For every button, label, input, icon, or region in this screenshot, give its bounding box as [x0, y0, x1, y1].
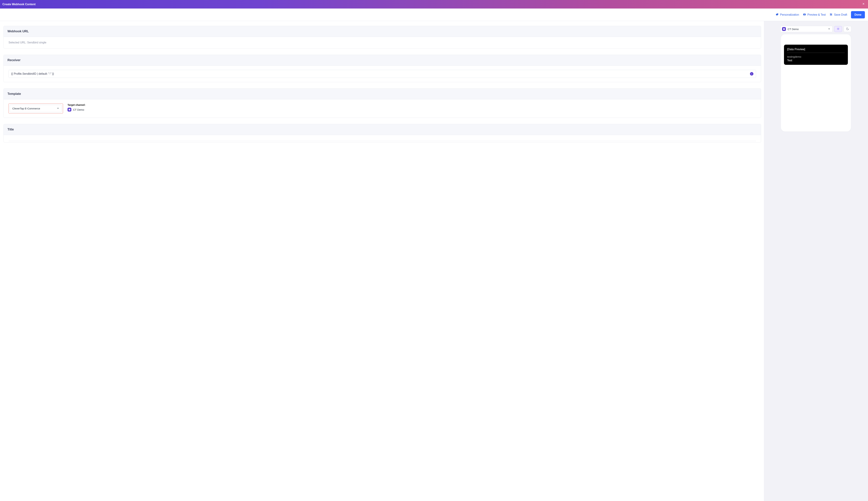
done-button[interactable]: Done	[851, 11, 865, 19]
preview-toolbar: CT Demo	[780, 26, 851, 32]
target-channel-value: CT Demo	[73, 108, 84, 111]
webhook-url-header: Webhook URL	[4, 26, 761, 37]
preview-line-2: Test	[787, 59, 845, 62]
save-draft-label: Save Draft	[834, 13, 847, 16]
preview-test-label: Preview & Test	[807, 13, 826, 16]
preview-channel-select[interactable]: CT Demo	[780, 26, 833, 32]
dark-mode-button[interactable]	[844, 26, 851, 32]
svg-point-8	[784, 29, 784, 29]
app-root: Create Webhook Content Personalization P…	[0, 0, 868, 501]
svg-rect-4	[69, 109, 70, 110]
receiver-header: Receiver	[4, 55, 761, 66]
receiver-value: {{ Profile.SendbirdID | default: "-" }}	[11, 72, 54, 75]
svg-point-9	[784, 29, 784, 29]
modal-header: Create Webhook Content	[0, 0, 868, 9]
svg-rect-3	[831, 14, 832, 15]
light-mode-button[interactable]	[834, 26, 842, 32]
template-header: Template	[4, 88, 761, 99]
plus-icon: +	[751, 73, 752, 75]
title-input-top-edge	[9, 141, 756, 141]
selected-url-text: Selected URL: Sendbird single	[9, 41, 756, 44]
svg-rect-2	[831, 13, 832, 14]
svg-rect-7	[783, 28, 785, 30]
gear-icon	[776, 13, 779, 17]
preview-card: [Data Preview] testingdemo Test	[784, 45, 848, 65]
left-pane[interactable]: Webhook URL Selected URL: Sendbird singl…	[0, 21, 764, 501]
modal-title: Create Webhook Content	[2, 3, 36, 6]
chevron-down-icon	[57, 107, 59, 110]
body-area: Webhook URL Selected URL: Sendbird singl…	[0, 21, 868, 501]
channel-app-icon	[67, 108, 72, 111]
preview-line-1: testingdemo	[787, 55, 845, 58]
template-select-highlight: CleverTap E-Commerce	[9, 104, 63, 114]
template-card: Template CleverTap E-Commerce	[3, 88, 761, 118]
preview-pane: CT Demo	[764, 21, 868, 501]
action-bar: Personalization Preview & Test Save Draf…	[0, 9, 868, 21]
done-label: Done	[855, 13, 861, 16]
add-receiver-button[interactable]: +	[750, 72, 754, 76]
device-frame: [Data Preview] testingdemo Test	[781, 34, 851, 131]
template-select[interactable]: CleverTap E-Commerce	[10, 105, 62, 112]
personalization-label: Personalization	[780, 13, 799, 16]
channel-app-icon	[782, 27, 786, 31]
sun-icon	[837, 27, 840, 31]
moon-icon	[846, 27, 849, 31]
webhook-url-card: Webhook URL Selected URL: Sendbird singl…	[3, 26, 761, 49]
close-button[interactable]	[862, 2, 865, 6]
personalization-link[interactable]: Personalization	[776, 13, 799, 17]
svg-point-6	[70, 109, 70, 110]
camera-icon	[803, 13, 806, 17]
svg-point-1	[804, 14, 805, 15]
preview-card-title: [Data Preview]	[787, 48, 845, 51]
svg-point-10	[838, 28, 839, 29]
svg-point-5	[69, 109, 69, 110]
receiver-input[interactable]: {{ Profile.SendbirdID | default: "-" }} …	[9, 70, 756, 78]
title-header: Title	[4, 124, 761, 135]
save-icon	[829, 13, 833, 17]
target-channel-label: Target channel:	[67, 104, 85, 106]
template-selected-value: CleverTap E-Commerce	[12, 107, 40, 110]
chevron-down-icon	[828, 28, 830, 31]
save-draft-link[interactable]: Save Draft	[829, 13, 847, 17]
title-card: Title	[3, 124, 761, 142]
preview-test-link[interactable]: Preview & Test	[803, 13, 826, 17]
receiver-card: Receiver {{ Profile.SendbirdID | default…	[3, 55, 761, 82]
target-channel-block: Target channel: CT Demo	[67, 104, 85, 111]
preview-channel-value: CT Demo	[788, 28, 799, 31]
